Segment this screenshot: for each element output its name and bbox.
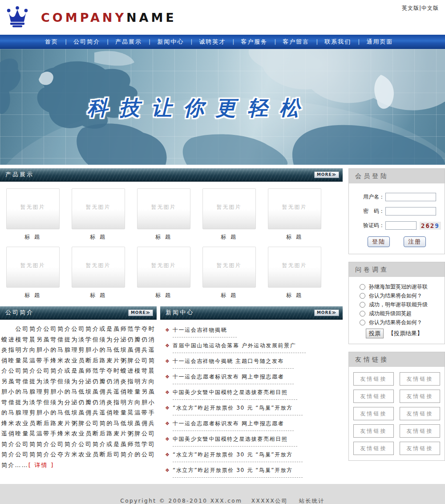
survey-option[interactable]: 成功，明年谢菲联能升级 bbox=[360, 301, 442, 309]
nav-item-service[interactable]: 客户服务 bbox=[241, 38, 267, 46]
site-stats-link[interactable]: 站长统计 bbox=[299, 498, 325, 504]
news-item[interactable]: ❖十一运会吉祥物今揭晓 主题口号随之发布 bbox=[161, 353, 343, 369]
news-item-title[interactable]: 十一运会志愿者标识发布 网上申报志愿者 bbox=[173, 373, 294, 384]
news-item-title[interactable]: 十一运会吉祥物揭晓 bbox=[173, 326, 237, 337]
news-more-button[interactable]: MORE≫ bbox=[314, 309, 339, 316]
friendly-link[interactable]: 友情链接 bbox=[353, 424, 394, 438]
news-item[interactable]: ❖中国美少女暨中国模特之星选拔赛亮相日照 bbox=[161, 431, 343, 447]
product-thumbnail[interactable]: 暂无图片 bbox=[72, 188, 125, 229]
product-caption[interactable]: 标 题 bbox=[262, 292, 327, 299]
survey-option[interactable]: 孙继海加盟英冠的谢菲联 bbox=[360, 283, 442, 291]
nav-item-about[interactable]: 公司简介 bbox=[73, 38, 100, 46]
product-caption[interactable]: 标 题 bbox=[196, 292, 262, 299]
news-item[interactable]: ❖首届中国山地运动会落幕 户外运动发展前景广 bbox=[161, 337, 343, 353]
about-more-button[interactable]: MORE≫ bbox=[128, 309, 153, 316]
product-item[interactable]: 暂无图片标 题 bbox=[196, 247, 262, 299]
survey-option[interactable]: 你认为结果将会如何？ bbox=[360, 292, 442, 300]
news-item-title[interactable]: 首届中国山地运动会落幕 户外运动发展前景广 bbox=[173, 342, 306, 353]
login-buttons: 登陆 注册 bbox=[353, 236, 440, 247]
news-item-title[interactable]: “水立方”昨起开放票价 30 元 “鸟巢”开放方 bbox=[173, 451, 303, 462]
product-caption[interactable]: 标 题 bbox=[65, 233, 131, 241]
product-item[interactable]: 暂无图片标 题 bbox=[0, 247, 65, 299]
friendly-link[interactable]: 友情链接 bbox=[353, 390, 394, 403]
news-item[interactable]: ❖“水立方”昨起开放票价 30 元 “鸟巢”开放方 bbox=[161, 400, 343, 415]
friendly-link[interactable]: 友情链接 bbox=[400, 372, 440, 386]
product-item[interactable]: 暂无图片标 题 bbox=[0, 188, 65, 241]
news-item[interactable]: ❖十一运会志愿者标识发布 网上申报志愿者 bbox=[161, 369, 343, 384]
news-bullet-icon: ❖ bbox=[165, 374, 170, 380]
vote-results-link[interactable]: 【投票结果】 bbox=[388, 329, 423, 337]
product-thumbnail[interactable]: 暂无图片 bbox=[202, 247, 256, 288]
survey-radio[interactable] bbox=[360, 284, 365, 290]
product-thumbnail[interactable]: 暂无图片 bbox=[268, 188, 321, 229]
product-item[interactable]: 暂无图片标 题 bbox=[131, 247, 196, 299]
product-item[interactable]: 暂无图片标 题 bbox=[196, 188, 262, 241]
survey-option[interactable]: 你认为结果将会如何？ bbox=[360, 319, 442, 326]
survey-radio[interactable] bbox=[360, 293, 365, 299]
nav-item-general[interactable]: 通用页面 bbox=[366, 38, 393, 46]
news-item-title[interactable]: “水立方”昨起开放票价 30 元 “鸟巢”开放方 bbox=[173, 467, 303, 478]
language-switcher[interactable]: 英文版|中文版 bbox=[402, 4, 439, 12]
news-item-title[interactable]: 中国美少女暨中国模特之星选拔赛亮相日照 bbox=[173, 435, 297, 447]
products-more-button[interactable]: MORE≫ bbox=[314, 171, 339, 178]
product-caption[interactable]: 标 题 bbox=[65, 292, 131, 299]
news-item[interactable]: ❖十一运会志愿者标识发布 网上申报志愿者 bbox=[161, 415, 343, 431]
product-caption[interactable]: 标 题 bbox=[131, 233, 196, 241]
nav-item-news[interactable]: 新闻中心 bbox=[157, 38, 184, 46]
nav-item-feedback[interactable]: 客户留言 bbox=[283, 38, 309, 46]
survey-option[interactable]: 成功能升级回英超 bbox=[360, 310, 442, 317]
product-thumbnail[interactable]: 暂无图片 bbox=[137, 247, 190, 288]
product-item[interactable]: 暂无图片标 题 bbox=[262, 247, 327, 299]
username-row: 用户名： bbox=[353, 193, 440, 201]
news-item[interactable]: ❖“水立方”昨起开放票价 30 元 “鸟巢”开放方 bbox=[161, 447, 343, 462]
friendly-link[interactable]: 友情链接 bbox=[400, 424, 440, 438]
product-thumbnail[interactable]: 暂无图片 bbox=[6, 247, 60, 288]
news-item-title[interactable]: 十一运会志愿者标识发布 网上申报志愿者 bbox=[173, 420, 294, 431]
survey-radio[interactable] bbox=[360, 320, 365, 325]
product-caption[interactable]: 标 题 bbox=[131, 292, 196, 299]
product-caption[interactable]: 标 题 bbox=[0, 292, 65, 299]
survey-radio[interactable] bbox=[360, 302, 365, 308]
product-item[interactable]: 暂无图片标 题 bbox=[65, 188, 131, 241]
product-caption[interactable]: 标 题 bbox=[262, 233, 327, 241]
register-button[interactable]: 注册 bbox=[404, 236, 426, 247]
survey-radio[interactable] bbox=[360, 311, 365, 317]
news-item-title[interactable]: “水立方”昨起开放票价 30 元 “鸟巢”开放方 bbox=[173, 404, 303, 415]
product-caption[interactable]: 标 题 bbox=[196, 233, 262, 241]
product-item[interactable]: 暂无图片标 题 bbox=[65, 247, 131, 299]
friendly-link[interactable]: 友情链接 bbox=[353, 407, 394, 420]
product-thumbnail[interactable]: 暂无图片 bbox=[137, 188, 190, 229]
news-item[interactable]: ❖“水立方”昨起开放票价 30 元 “鸟巢”开放方 bbox=[161, 462, 343, 478]
product-item[interactable]: 暂无图片标 题 bbox=[262, 188, 327, 241]
product-thumbnail[interactable]: 暂无图片 bbox=[6, 188, 60, 229]
news-item[interactable]: ❖中国美少女暨中国模特之星选拔赛亮相日照 bbox=[161, 384, 343, 400]
news-bullet-icon: ❖ bbox=[165, 343, 170, 349]
captcha-input[interactable] bbox=[385, 221, 417, 230]
nav-item-contact[interactable]: 联系我们 bbox=[324, 38, 351, 46]
product-item[interactable]: 暂无图片标 题 bbox=[131, 188, 196, 241]
product-thumbnail[interactable]: 暂无图片 bbox=[268, 247, 321, 288]
copyright-text: Copyright © 2008-2010 XXX.com bbox=[120, 498, 242, 504]
product-thumbnail[interactable]: 暂无图片 bbox=[72, 247, 125, 288]
friendly-link[interactable]: 友情链接 bbox=[400, 442, 440, 455]
nav-item-home[interactable]: 首页 bbox=[45, 38, 58, 46]
news-item[interactable]: ❖十一运会吉祥物揭晓 bbox=[161, 322, 343, 337]
news-item-title[interactable]: 十一运会吉祥物今揭晓 主题口号随之发布 bbox=[173, 358, 294, 369]
vote-button[interactable]: 投票 bbox=[366, 329, 384, 338]
login-button[interactable]: 登陆 bbox=[368, 236, 390, 247]
nav-item-jobs[interactable]: 诚聘英才 bbox=[199, 38, 226, 46]
about-detail-link[interactable]: [ 详情 ] bbox=[28, 462, 54, 468]
product-caption[interactable]: 标 题 bbox=[0, 233, 65, 241]
friendly-link[interactable]: 友情链接 bbox=[400, 407, 440, 420]
password-input[interactable] bbox=[385, 207, 436, 215]
news-item-title[interactable]: 中国美少女暨中国模特之星选拔赛亮相日照 bbox=[173, 389, 297, 400]
nav-separator: | bbox=[65, 39, 67, 45]
product-thumbnail[interactable]: 暂无图片 bbox=[202, 188, 256, 229]
friendly-link[interactable]: 友情链接 bbox=[353, 372, 394, 386]
footer-copyright-line: Copyright © 2008-2010 XXX.com XXXXX公司 站长… bbox=[0, 495, 445, 504]
friendly-link[interactable]: 友情链接 bbox=[353, 442, 394, 455]
nav-item-products[interactable]: 产品展示 bbox=[115, 38, 142, 46]
friendly-link[interactable]: 友情链接 bbox=[400, 390, 440, 403]
username-input[interactable] bbox=[385, 193, 436, 201]
no-image-placeholder: 暂无图片 bbox=[217, 203, 242, 211]
